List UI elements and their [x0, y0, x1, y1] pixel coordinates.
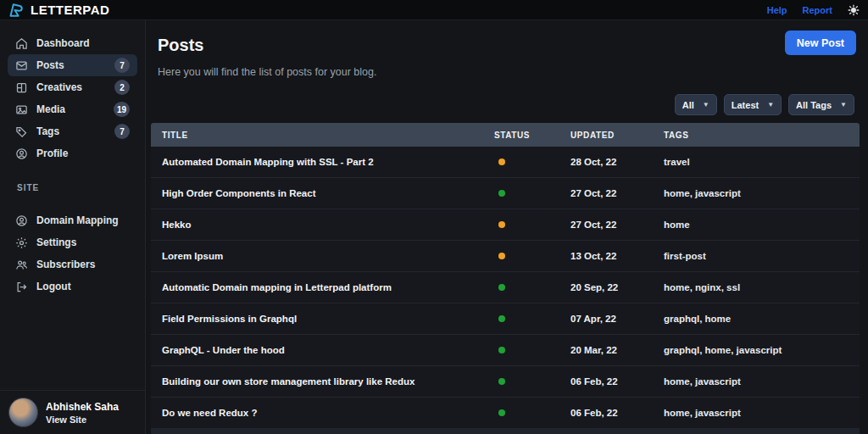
post-tags: home, javascript [664, 408, 860, 418]
table-row[interactable]: Automated Domain Mapping with SSL - Part… [151, 147, 860, 178]
status-dot-icon [498, 190, 505, 197]
sidebar-item-label: Logout [36, 281, 130, 292]
post-updated: 27 Oct, 22 [570, 220, 664, 230]
status-dot-icon [498, 284, 505, 291]
sidebar-item-label: Tags [36, 125, 106, 137]
sidebar-nav: Dashboard Posts 7 Creatives 2 Media 19 [0, 20, 145, 164]
post-status [494, 220, 570, 230]
post-status [494, 345, 570, 355]
post-status [494, 251, 570, 261]
post-updated: 06 Feb, 22 [570, 376, 664, 387]
status-dot-icon [498, 347, 505, 353]
sidebar-item-media[interactable]: Media 19 [8, 98, 137, 120]
sidebar-section-label: SITE [17, 183, 145, 192]
filter-value: Latest [732, 100, 759, 110]
post-tags: graphql, home [664, 314, 860, 324]
sidebar-item-label: Profile [36, 147, 130, 159]
status-dot-icon [498, 378, 505, 385]
sidebar-item-tags[interactable]: Tags 7 [8, 120, 137, 142]
post-tags: home [664, 220, 860, 230]
post-status [494, 408, 570, 418]
filter-select[interactable]: All Tags ▼ [788, 94, 854, 115]
user-icon [15, 147, 28, 160]
post-tags: first-post [664, 251, 860, 261]
post-updated: 28 Oct, 22 [570, 157, 664, 167]
table-row[interactable]: Building our own store management librar… [151, 366, 860, 398]
table-row[interactable]: Automatic Domain mapping in Letterpad pl… [151, 272, 860, 303]
table-row[interactable]: Field Permissions in Graphql 07 Apr, 22 … [151, 303, 860, 335]
sidebar-item-label: Media [36, 103, 105, 115]
users-icon [15, 259, 28, 271]
sidebar-item-dashboard[interactable]: Dashboard [8, 32, 137, 54]
post-tags: home, javascript [664, 188, 860, 198]
sidebar-item-label: Dashboard [36, 37, 130, 49]
avatar[interactable] [8, 398, 38, 427]
paper-plane-icon [8, 2, 25, 19]
post-updated: 27 Oct, 22 [570, 188, 664, 198]
main-content: Posts Here you will find the list of pos… [146, 20, 868, 434]
sidebar-item-label: Subscribers [36, 259, 130, 270]
table-row[interactable]: GraphQL - Under the hood 20 Mar, 22 grap… [151, 335, 860, 366]
sidebar-site-nav: Domain Mapping Settings Subscribers Logo… [0, 201, 145, 298]
post-updated: 20 Mar, 22 [570, 345, 664, 355]
tag-icon [15, 125, 28, 138]
view-site-link[interactable]: View Site [46, 415, 119, 425]
sidebar-item-subscribers[interactable]: Subscribers [8, 253, 137, 275]
table-row[interactable]: Lorem Ipsum 13 Oct, 22 first-post [151, 241, 860, 272]
post-updated: 20 Sep, 22 [570, 282, 664, 292]
count-badge: 19 [114, 102, 130, 117]
count-badge: 7 [114, 124, 130, 139]
brand-name: LETTERPAD [31, 3, 109, 17]
new-post-button[interactable]: New Post [785, 31, 856, 55]
filter-bar: All ▼ Latest ▼ All Tags ▼ [675, 94, 854, 115]
post-status [494, 157, 570, 167]
status-dot-icon [498, 409, 505, 416]
logout-icon [15, 281, 28, 293]
sidebar-item-posts[interactable]: Posts 7 [8, 54, 137, 76]
post-title: Building our own store management librar… [151, 376, 494, 387]
post-tags: home, nginx, ssl [664, 282, 860, 292]
post-title: Do we need Redux ? [151, 408, 494, 418]
post-status [494, 188, 570, 198]
post-tags: travel [664, 157, 860, 167]
user-circle-icon [15, 214, 28, 227]
user-box[interactable]: Abhishek Saha View Site [0, 390, 145, 434]
status-dot-icon [498, 253, 505, 259]
chevron-down-icon: ▼ [840, 101, 847, 108]
post-tags: home, javascript [664, 376, 860, 387]
home-icon [15, 37, 28, 50]
posts-table: TITLE STATUS UPDATED TAGS Automated Doma… [151, 123, 860, 434]
sidebar-item-domain-mapping[interactable]: Domain Mapping [8, 209, 137, 231]
table-footer [151, 429, 860, 434]
column-status: STATUS [494, 131, 570, 140]
sidebar-item-label: Creatives [36, 81, 106, 93]
table-row[interactable]: High Order Components in React 27 Oct, 2… [151, 178, 860, 209]
filter-select[interactable]: All ▼ [675, 94, 717, 115]
sidebar-item-logout[interactable]: Logout [8, 275, 137, 298]
post-title: Automated Domain Mapping with SSL - Part… [151, 157, 494, 167]
sidebar-item-profile[interactable]: Profile [8, 142, 137, 164]
brand-logo[interactable]: LETTERPAD [8, 2, 109, 19]
table-row[interactable]: Hekko 27 Oct, 22 home [151, 209, 860, 241]
topbar-link[interactable]: Help [767, 5, 787, 15]
filter-value: All Tags [796, 100, 832, 110]
table-header: TITLE STATUS UPDATED TAGS [151, 123, 860, 147]
topbar-link[interactable]: Report [803, 5, 832, 15]
page-title: Posts [158, 36, 868, 55]
sidebar-item-settings[interactable]: Settings [8, 231, 137, 253]
sidebar-item-label: Posts [36, 59, 106, 71]
status-dot-icon [498, 315, 505, 322]
filter-select[interactable]: Latest ▼ [724, 94, 782, 115]
sidebar-item-creatives[interactable]: Creatives 2 [8, 76, 137, 98]
post-updated: 07 Apr, 22 [570, 314, 664, 324]
post-updated: 06 Feb, 22 [570, 408, 664, 418]
topbar: LETTERPAD Help Report [0, 0, 868, 20]
post-title: Lorem Ipsum [151, 251, 494, 261]
status-dot-icon [498, 159, 505, 165]
table-row[interactable]: Do we need Redux ? 06 Feb, 22 home, java… [151, 398, 860, 429]
table-body: Automated Domain Mapping with SSL - Part… [151, 147, 860, 429]
page-subtitle: Here you will find the list of posts for… [158, 66, 868, 78]
sun-icon[interactable] [848, 4, 860, 16]
filter-value: All [682, 100, 694, 110]
post-tags: graphql, home, javascript [664, 345, 860, 355]
